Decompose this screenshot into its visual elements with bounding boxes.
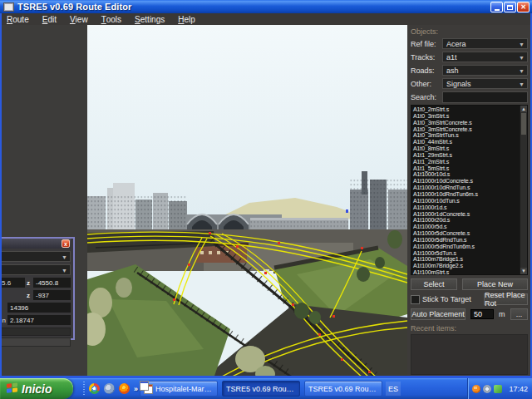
taskbar-button-tsre5[interactable]: TSRE5 v0.69 Route E... [304, 381, 382, 397]
coord-z-input[interactable]: -4550.8 [33, 278, 71, 288]
properties-dropdown-1[interactable]: ▼ [0, 251, 71, 262]
system-tray: 17:42 [467, 378, 532, 399]
properties-dropdown-2[interactable]: ▼ [0, 264, 71, 275]
object-list-item[interactable]: A1t1000r10dTun.s [413, 198, 520, 204]
object-list-item[interactable]: A1t1000r5dTun.s [413, 250, 520, 257]
close-icon[interactable]: x [62, 239, 70, 248]
overflow-chevron-icon[interactable]: » [134, 385, 138, 393]
search-input[interactable] [442, 91, 528, 103]
object-list-item[interactable]: A1t1000r10dRndTun6m.s [413, 191, 520, 198]
z-label: z [27, 292, 32, 299]
more-options-button[interactable]: ... [510, 308, 528, 320]
chevron-down-icon: ▼ [519, 55, 525, 61]
object-list-item[interactable]: A1t100mStrt.s [413, 269, 520, 275]
maximize-button[interactable] [504, 2, 516, 12]
placement-distance-input[interactable]: 50 [470, 309, 494, 319]
object-list-item[interactable]: A1t100m7Bridge2.s [413, 263, 520, 269]
object-list-item[interactable]: A1t1000r1dConcrete.s [413, 211, 520, 218]
object-list[interactable]: A1t0_2mStrt.sA1t0_3mStrt.sA1t0_3mStrtCon… [411, 105, 528, 275]
menu-item[interactable]: View [63, 13, 95, 25]
title-bar[interactable]: TSRE5 v0.69 Route Editor ✕ [0, 0, 532, 13]
object-list-item[interactable]: A1t100m7Bridge1.s [413, 256, 520, 263]
ref-file-dropdown[interactable]: Acera ▼ [442, 38, 528, 49]
properties-window-titlebar[interactable]: x [0, 239, 71, 249]
start-button-label: Inicio [22, 382, 52, 396]
properties-window[interactable]: x ▼ ▼ 5.6 z -4550.8 z -937 14396 n 2.187… [0, 237, 75, 340]
stick-to-target-checkbox[interactable] [411, 295, 420, 304]
object-list-item[interactable]: A1t1_2mStrt.s [413, 159, 520, 165]
object-list-item[interactable]: A1t0_3mStrtConcrete.s [413, 126, 520, 133]
value-input-1[interactable]: 14396 [7, 303, 71, 313]
chevron-down-icon: ▼ [519, 42, 525, 47]
menu-item[interactable]: Settings [128, 13, 171, 25]
tray-icon-gray[interactable] [483, 385, 491, 393]
select-button[interactable]: Select [411, 278, 457, 290]
object-list-item[interactable]: A1t1000r5dRndTun6m.s [413, 244, 520, 250]
menu-item[interactable]: Route [0, 13, 36, 25]
chevron-down-icon: ▼ [62, 254, 67, 260]
place-new-button[interactable]: Place New [462, 278, 528, 290]
coord-x-input[interactable]: 5.6 [0, 278, 25, 288]
roads-value: ash [446, 66, 459, 75]
recent-items-list[interactable] [411, 334, 528, 375]
menu-item[interactable]: Help [171, 13, 202, 25]
language-indicator[interactable]: ES [386, 382, 401, 396]
object-list-item[interactable]: A1t1_29mStrt.s [413, 152, 520, 159]
taskbar-button-hospitalet[interactable]: Hospitalet-Martorell ... [140, 381, 218, 397]
properties-row-dark[interactable] [0, 328, 71, 336]
object-list-item[interactable]: A1t1000r1d.s [413, 204, 520, 211]
object-list-item[interactable]: A1t1000r10dRndTun.s [413, 185, 520, 191]
scroll-down-icon[interactable]: ▼ [520, 268, 527, 274]
stick-to-target-label: Stick To Target [422, 295, 471, 303]
app-icon [3, 2, 14, 12]
close-button[interactable]: ✕ [517, 2, 530, 12]
chevron-down-icon: ▼ [519, 68, 525, 74]
object-list-scrollbar[interactable]: ▲ ▼ [520, 106, 527, 274]
object-list-item[interactable]: A1t1000r5d.s [413, 224, 520, 230]
value-input-2[interactable]: 2.18747 [7, 315, 71, 325]
reset-place-rot-button[interactable]: Reset Place Rot [484, 293, 528, 305]
taskbar: Inicio » Hospitalet-Martorell ... TSRE5 … [0, 378, 532, 399]
distance-unit-label: m [499, 310, 505, 318]
object-list-item[interactable]: A1t1000r5dConcrete.s [413, 230, 520, 237]
taskbar-button-tsre5-active[interactable]: TSRE5 v0.69 Route E... [222, 381, 300, 397]
viewport-scene [87, 25, 407, 378]
route-3d-viewport[interactable] [87, 25, 407, 378]
coord-spacer [0, 290, 25, 300]
object-list-item[interactable]: A1t0_3mStrtTun.s [413, 132, 520, 139]
window-title: TSRE5 v0.69 Route Editor [17, 2, 132, 12]
menu-bar: RouteEditViewToolsSettingsHelp [0, 13, 532, 25]
object-list-item[interactable]: A1t1000r10d.s [413, 171, 520, 178]
object-list-item[interactable]: A1t0_2mStrt.s [413, 106, 520, 113]
roads-dropdown[interactable]: ash ▼ [442, 65, 528, 76]
browser-icon[interactable] [104, 383, 115, 394]
object-list-item[interactable]: A1t1000r5dRndTun.s [413, 237, 520, 244]
start-button[interactable]: Inicio [0, 378, 73, 399]
menu-item[interactable]: Edit [36, 13, 63, 25]
coord-z2-input[interactable]: -937 [33, 290, 71, 300]
scroll-up-icon[interactable]: ▲ [520, 106, 527, 112]
minimize-button[interactable] [490, 2, 503, 12]
object-list-item[interactable]: A1t1000r20d.s [413, 217, 520, 224]
other-dropdown[interactable]: Signals ▼ [442, 78, 528, 89]
chrome-icon[interactable] [89, 383, 100, 394]
firefox-icon[interactable] [119, 383, 130, 394]
tray-icon-green[interactable] [494, 385, 502, 393]
menu-item[interactable]: Tools [95, 13, 128, 25]
scrollbar-thumb[interactable] [521, 113, 526, 135]
chevron-down-icon: ▼ [62, 268, 67, 273]
object-list-item[interactable]: A1t1_5mStrt.s [413, 165, 520, 172]
ref-file-label: Ref file: [411, 40, 442, 48]
clock[interactable]: 17:42 [509, 385, 528, 393]
auto-placement-button[interactable]: Auto Placement [411, 308, 466, 320]
object-list-item[interactable]: A1t1000r10dConcrete.s [413, 178, 520, 185]
recent-items-label: Recent items: [411, 324, 528, 333]
object-list-item[interactable]: A1t0_44mStrt.s [413, 139, 520, 145]
object-list-item[interactable]: A1t0_3mStrtConcrete.s [413, 120, 520, 126]
tracks-dropdown[interactable]: a1t ▼ [442, 52, 528, 62]
other-label: Other: [411, 80, 442, 88]
antivirus-tray-icon[interactable] [472, 385, 480, 393]
properties-row-light[interactable] [0, 337, 71, 347]
object-list-item[interactable]: A1t0_3mStrt.s [413, 113, 520, 120]
object-list-item[interactable]: A1t0_8mStrt.s [413, 145, 520, 152]
